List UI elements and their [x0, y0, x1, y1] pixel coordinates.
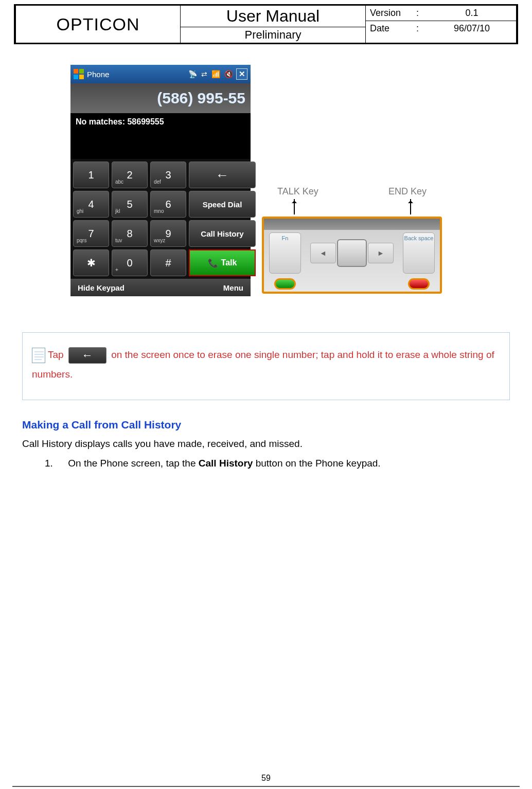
dpad-right: ►	[368, 243, 394, 263]
call-history-bold: Call History	[199, 458, 253, 469]
speed-dial-key[interactable]: Speed Dial	[189, 191, 256, 218]
key-0[interactable]: 0+	[112, 249, 148, 276]
key-1[interactable]: 1	[73, 162, 109, 188]
doc-header: OPTICON User Manual Preliminary Version …	[14, 4, 518, 44]
section-heading: Making a Call from Call History	[22, 419, 518, 431]
signal-icon: 📶	[211, 70, 220, 78]
key-4[interactable]: 4ghi	[73, 191, 109, 218]
phone-keypad: 1 2abc 3def ← 4ghi 5jkl 6mno Speed Dial …	[70, 159, 251, 279]
talk-button[interactable]: 📞 Talk	[189, 249, 256, 276]
phone-app-title: Phone	[87, 70, 109, 79]
phone-screenshot: Phone 📡 ⇄ 📶 🔇 ✕ (586) 995-55 No matches:…	[70, 65, 251, 296]
arrow-icon	[294, 199, 295, 214]
doc-title: User Manual	[181, 6, 365, 27]
version-label: Version	[370, 8, 416, 19]
footer-rule	[12, 786, 520, 787]
talk-key-icon	[274, 278, 296, 290]
key-7[interactable]: 7pqrs	[73, 220, 109, 247]
doc-subtitle: Preliminary	[181, 27, 365, 43]
softkey-hide-keypad[interactable]: Hide Keypad	[78, 283, 125, 292]
no-matches-text: No matches: 58699555	[70, 113, 251, 131]
talk-key-label: TALK Key	[277, 186, 318, 197]
phone-titlebar: Phone 📡 ⇄ 📶 🔇 ✕	[70, 65, 251, 83]
softkey-bar: Hide Keypad Menu	[70, 279, 251, 296]
fn-key: Fn	[269, 232, 301, 274]
end-key-label: END Key	[388, 186, 427, 197]
step-1: 1. On the Phone screen, tap the Call His…	[45, 456, 518, 471]
hw-arrow-callouts	[262, 199, 442, 217]
key-5[interactable]: 5jkl	[112, 191, 148, 218]
speaker-icon: 🔇	[224, 70, 233, 78]
key-3[interactable]: 3def	[150, 162, 186, 188]
status-icon: ⇄	[201, 70, 207, 78]
section-intro: Call History displays calls you have mad…	[22, 436, 510, 452]
key-2[interactable]: 2abc	[112, 162, 148, 188]
hw-key-labels: TALK Key END Key	[262, 186, 442, 197]
tip-pre: Tap	[48, 349, 64, 360]
arrow-icon	[410, 199, 411, 214]
dialed-number-display: (586) 995-55	[70, 83, 251, 113]
key-8[interactable]: 8tuv	[112, 220, 148, 247]
page-number: 59	[261, 774, 271, 783]
status-icon: 📡	[188, 70, 197, 78]
key-6[interactable]: 6mno	[150, 191, 186, 218]
key-9[interactable]: 9wxyz	[150, 220, 186, 247]
close-icon[interactable]: ✕	[236, 68, 247, 80]
tip-box: Tap ← on the screen once to erase one si…	[22, 332, 510, 400]
key-pound[interactable]: #	[150, 249, 186, 276]
dpad-left: ◄	[310, 243, 336, 263]
version-value: 0.1	[432, 8, 512, 19]
date-label: Date	[370, 23, 416, 34]
phone-handset-icon: 📞	[208, 258, 218, 268]
key-star[interactable]: ✱	[73, 249, 109, 276]
hardware-keypad-photo: Fn ◄ ► Back space	[262, 217, 442, 294]
note-page-icon	[32, 348, 45, 363]
call-history-key[interactable]: Call History	[189, 220, 256, 247]
step-number: 1.	[45, 456, 65, 471]
dpad-center	[337, 239, 367, 267]
date-value: 96/07/10	[432, 23, 512, 34]
brand-cell: OPTICON	[16, 6, 181, 43]
meta-cell: Version : 0.1 Date : 96/07/10	[366, 6, 516, 43]
windows-flag-icon	[74, 69, 84, 79]
softkey-menu[interactable]: Menu	[223, 283, 243, 292]
backspace-hw-key: Back space	[403, 232, 435, 274]
end-key-icon	[408, 278, 430, 290]
title-cell: User Manual Preliminary	[181, 6, 366, 43]
erase-key-icon: ←	[68, 347, 107, 364]
backspace-key[interactable]: ←	[189, 162, 256, 188]
